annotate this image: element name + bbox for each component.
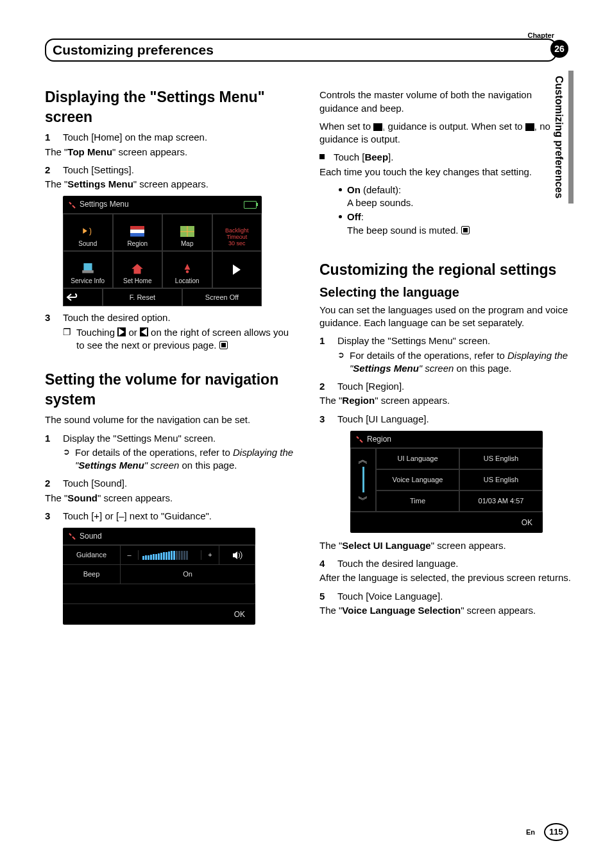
menu-map[interactable]: Map (162, 214, 212, 251)
step-text: Touch the desired option. (63, 311, 299, 324)
speaker-toggle[interactable] (219, 546, 255, 564)
step-text: Touch [+] or [–] next to "Guidance". (63, 510, 299, 523)
footer-page-number: 115 (544, 823, 568, 841)
step-number: 3 (319, 413, 328, 426)
body-text: The "Select UI Language" screen appears. (319, 539, 574, 552)
back-button[interactable] (63, 288, 103, 307)
tool-icon (68, 532, 76, 540)
volume-bars (142, 551, 197, 560)
step-text: Display the "Settings Menu" screen. (337, 334, 574, 347)
ui-language-label[interactable]: UI Language (376, 448, 459, 469)
body-text: The "Region" screen appears. (319, 394, 574, 407)
bullet-text: Touch [Beep]. (334, 151, 393, 164)
ok-button[interactable]: OK (63, 603, 255, 625)
step-number: 1 (45, 432, 54, 445)
chevron-up-icon[interactable]: ︽ (358, 453, 368, 467)
chapter-number-badge: 26 (550, 40, 568, 58)
screenshot-settings-menu: Settings Menu Sound Region Map Backlight… (63, 196, 262, 306)
chapter-label: Chapter (527, 31, 554, 40)
battery-icon (244, 201, 257, 209)
menu-sound[interactable]: Sound (63, 214, 113, 251)
time-value[interactable]: 01/03 AM 4:57 (459, 490, 543, 512)
step-number: 2 (319, 380, 328, 393)
body-text: Controls the master volume of both the n… (319, 89, 574, 115)
ok-button[interactable]: OK (350, 512, 543, 533)
screenshot-title: Region (367, 434, 391, 444)
voice-language-label[interactable]: Voice Language (376, 469, 459, 490)
tool-icon (355, 435, 363, 443)
scrollbar[interactable] (362, 467, 364, 492)
heading-regional-settings: Customizing the regional settings (319, 260, 574, 280)
footer-language: En (526, 828, 535, 837)
body-text: The sound volume for the navigation can … (45, 413, 299, 426)
screen-off-button[interactable]: Screen Off (182, 288, 262, 307)
step-number: 2 (45, 477, 54, 490)
beep-value[interactable]: On (121, 565, 255, 584)
subheading-selecting-language: Selecting the language (319, 284, 574, 301)
ui-language-value[interactable]: US English (459, 448, 543, 469)
body-text: After the language is selected, the prev… (319, 571, 574, 584)
square-bullet-icon (319, 154, 325, 159)
step-number: 1 (45, 131, 54, 144)
step-number: 5 (319, 590, 328, 603)
section-header: Customizing preferences (45, 39, 557, 62)
step-text: Touch [Settings]. (63, 164, 299, 177)
screenshot-title: Sound (80, 531, 102, 541)
factory-reset-button[interactable]: F. Reset (103, 288, 182, 307)
step-text: Touch [UI Language]. (337, 413, 574, 426)
option-off: Off:The beep sound is muted. (347, 211, 470, 237)
menu-region[interactable]: Region (113, 214, 163, 251)
heading-displaying-settings: Displaying the "Settings Menu" screen (45, 87, 299, 127)
side-tab: Customizing preferences (549, 71, 574, 204)
step-text: Touch [Home] on the map screen. (63, 131, 299, 144)
screenshot-region: Region ︽ ︾ UI Language US English Voice … (350, 431, 543, 533)
tool-icon (68, 201, 76, 209)
speaker-on-icon (373, 123, 382, 131)
menu-set-home[interactable]: Set Home (113, 251, 163, 288)
svg-rect-1 (130, 229, 144, 232)
note-icon: ❐ (63, 326, 71, 352)
step-number: 1 (319, 334, 328, 347)
heading-setting-volume: Setting the volume for navigation system (45, 370, 299, 410)
step-number: 2 (45, 164, 54, 177)
screenshot-sound: Sound Guidance – + BeepOn OK (63, 528, 255, 625)
body-text: The "Sound" screen appears. (45, 492, 299, 505)
menu-service-info[interactable]: Service Info (63, 251, 113, 288)
body-text: The "Voice Language Selection" screen ap… (319, 604, 574, 617)
step-text: Touch [Sound]. (63, 477, 299, 490)
step-number: 3 (45, 510, 54, 523)
menu-location[interactable]: Location (162, 251, 212, 288)
voice-language-value[interactable]: US English (459, 469, 543, 490)
reference-text: For details of the operations, refer to … (75, 446, 299, 473)
step-text: Touch [Region]. (337, 380, 574, 393)
svg-rect-2 (130, 233, 144, 236)
plus-button[interactable]: + (201, 550, 219, 560)
menu-backlight[interactable]: BacklightTimeout30 sec (212, 214, 262, 251)
body-text: The "Top Menu" screen appears. (45, 146, 299, 159)
screenshot-title: Settings Menu (80, 199, 129, 209)
svg-rect-4 (83, 263, 92, 270)
reference-icon: ➲ (63, 446, 70, 473)
svg-rect-5 (82, 270, 94, 273)
left-column: Displaying the "Settings Menu" screen 1T… (45, 87, 299, 630)
body-text: Each time you touch the key changes that… (319, 166, 574, 178)
body-text: The "Settings Menu" screen appears. (45, 178, 299, 191)
next-page-button[interactable] (212, 251, 262, 288)
speaker-off-icon (525, 123, 534, 131)
right-column: Controls the master volume of both the n… (319, 87, 574, 630)
step-text: Display the "Settings Menu" screen. (63, 432, 299, 445)
svg-point-6 (186, 270, 189, 273)
right-arrow-icon (119, 328, 124, 336)
scroll-column: ︽ ︾ (350, 448, 376, 512)
body-text: You can set the languages used on the pr… (319, 304, 574, 330)
svg-rect-0 (130, 226, 144, 229)
bullet-icon (339, 188, 342, 191)
minus-button[interactable]: – (121, 550, 139, 560)
chevron-down-icon[interactable]: ︾ (358, 493, 368, 507)
option-on: On (default):A beep sounds. (347, 184, 413, 210)
left-arrow-icon (141, 328, 147, 336)
guidance-label: Guidance (63, 546, 121, 564)
time-label[interactable]: Time (376, 490, 459, 512)
note-text: Touching or on the right of screen allow… (76, 326, 299, 352)
step-text: Touch the desired language. (337, 557, 574, 570)
